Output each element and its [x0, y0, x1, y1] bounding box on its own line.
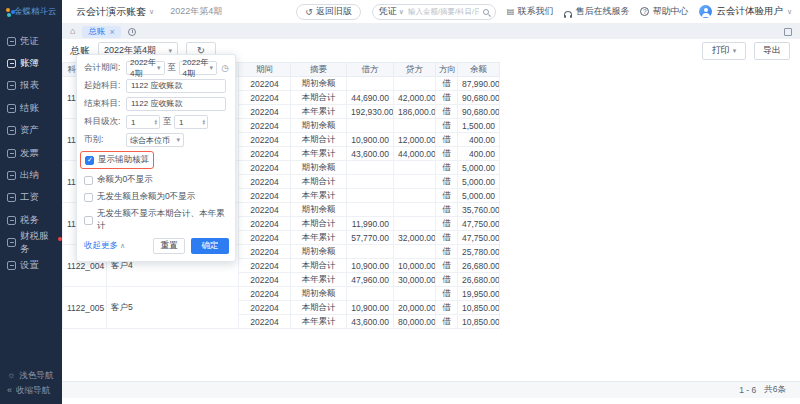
cell-debit: 192,930.00 — [347, 105, 394, 119]
chevron-down-icon: ∨ — [149, 8, 154, 16]
online-service-link[interactable]: 售后在线服务 — [564, 5, 629, 18]
cell-credit: 12,000.00 — [394, 133, 436, 147]
period-range-row: 会计期间: 2022年4期 ▾ 至 2022年4期 ▾ ◷ — [84, 61, 229, 75]
sidebar-item-label: 出纳 — [20, 169, 39, 182]
home-icon[interactable]: ⌂ — [70, 27, 75, 36]
cell-period: 202204 — [239, 217, 291, 231]
global-search-input[interactable]: 凭证 ∨ 输入金额/摘要/科目/日期搜索 — [372, 4, 496, 20]
sidebar-footer: ☼浅色导航«收缩导航 — [0, 368, 62, 404]
sidebar-item-asset[interactable]: 资产 — [0, 120, 62, 142]
cell-balance: 400.00 — [458, 147, 500, 161]
recent-tabs-icon[interactable] — [128, 28, 136, 36]
cell-direction: 借 — [436, 217, 458, 231]
cell-debit: 10,900.00 — [347, 259, 394, 273]
checkbox-hide-zero-balance[interactable]: 余额为0不显示 — [84, 174, 229, 186]
print-button[interactable]: 打印 ▾ — [702, 42, 746, 60]
cell-summary: 本年累计 — [291, 315, 347, 329]
sidebar-item-settings[interactable]: 设置 — [0, 254, 62, 276]
period-from-select[interactable]: 2022年4期 ▾ — [126, 61, 165, 75]
cell-summary: 本年累计 — [291, 231, 347, 245]
start-account-input[interactable]: 1122 应收账款 — [126, 79, 226, 93]
sidebar-item-closing[interactable]: 结账 — [0, 97, 62, 119]
undo-icon: ↺ — [305, 7, 313, 17]
cell-balance: 26,680.00 — [458, 273, 500, 287]
headset-icon — [564, 11, 572, 16]
back-to-old-version-button[interactable]: ↺ 返回旧版 — [296, 4, 361, 20]
sidebar-item-ledger[interactable]: 账簿 — [0, 52, 62, 74]
closing-icon — [7, 104, 16, 113]
table-row: 1122_005客户5202204期初余额借19,950.00 — [63, 287, 500, 301]
search-category-select[interactable]: 凭证 ∨ — [379, 5, 404, 18]
close-icon[interactable]: × — [109, 28, 114, 36]
sidebar-item-label: 报表 — [20, 79, 39, 92]
tab-general-ledger[interactable]: 总账 × — [82, 26, 120, 38]
cell-summary: 期初余额 — [291, 161, 347, 175]
field-label: 会计期间: — [84, 62, 124, 74]
search-icon[interactable] — [483, 9, 489, 15]
sidebar-item-payroll[interactable]: 工资 — [0, 187, 62, 209]
cell-summary: 期初余额 — [291, 245, 347, 259]
cell-credit: 44,000.00 — [394, 147, 436, 161]
cell-summary: 期初余额 — [291, 287, 347, 301]
cell-credit — [394, 175, 436, 189]
checkbox-icon[interactable] — [84, 193, 93, 202]
stepper-arrows-icon[interactable]: ▴▾ — [154, 119, 157, 126]
end-account-input[interactable]: 1122 应收账款 — [126, 97, 226, 111]
cell-debit: 43,600.00 — [347, 147, 394, 161]
sidebar-item-finance-tax-service[interactable]: 财税服务 — [0, 232, 62, 254]
sidebar-menu: 凭证账簿报表结账资产发票出纳工资税务财税服务设置 — [0, 30, 62, 276]
confirm-button[interactable]: 确定 — [191, 238, 229, 254]
sidebar-item-invoice[interactable]: 发票 — [0, 142, 62, 164]
account-switcher[interactable]: 云会计演示账套 ∨ — [76, 5, 154, 19]
cell-summary: 本期合计 — [291, 301, 347, 315]
help-center-link[interactable]: 帮助中心 — [640, 5, 688, 18]
finance-tax-service-icon — [7, 238, 16, 247]
cell-credit: 10,000.00 — [394, 259, 436, 273]
sidebar-item-report[interactable]: 报表 — [0, 75, 62, 97]
period-to-select[interactable]: 2022年4期 ▾ — [179, 61, 218, 75]
sidebar-item-voucher[interactable]: 凭证 — [0, 30, 62, 52]
sidebar-item-tax[interactable]: 税务 — [0, 209, 62, 231]
collapse-more-link[interactable]: 收起更多 ∧ — [84, 240, 125, 252]
sidebar-item-label: 账簿 — [20, 57, 39, 70]
cell-credit: 30,000.00 — [394, 273, 436, 287]
sidebar-item-cashier[interactable]: 出纳 — [0, 164, 62, 186]
cell-account-name: 客户5 — [107, 287, 239, 329]
export-button[interactable]: 导出 — [754, 42, 790, 60]
collapse-nav-toggle[interactable]: «收缩导航 — [7, 383, 62, 398]
cell-direction: 借 — [436, 245, 458, 259]
settings-icon — [7, 261, 16, 270]
cell-credit — [394, 189, 436, 203]
cell-direction: 借 — [436, 189, 458, 203]
clock-icon[interactable]: ◷ — [221, 64, 229, 73]
stepper-arrows-icon[interactable]: ▴▾ — [202, 119, 205, 126]
contact-us-link[interactable]: ▤ 联系我们 — [507, 5, 554, 18]
reset-button[interactable]: 重置 — [153, 238, 185, 254]
app-logo[interactable]: 金蝶精斗云 — [0, 0, 62, 24]
chevron-down-icon: ▾ — [210, 64, 214, 72]
cell-debit: 57,770.00 — [347, 231, 394, 245]
checkbox-show-auxiliary[interactable]: 显示辅助核算 — [80, 151, 154, 169]
theme-toggle[interactable]: ☼浅色导航 — [7, 368, 62, 383]
cell-credit: 20,000.00 — [394, 301, 436, 315]
level-to-stepper[interactable]: 1 ▴▾ — [174, 115, 208, 129]
user-menu[interactable]: 云会计体验用户 ∨ — [699, 5, 792, 18]
fullscreen-icon[interactable] — [784, 28, 792, 36]
sidebar-footer-label: 收缩导航 — [16, 385, 50, 397]
checkbox-icon[interactable] — [84, 176, 93, 185]
sidebar-footer-label: 浅色导航 — [19, 370, 53, 382]
cell-direction: 借 — [436, 315, 458, 329]
cell-debit — [347, 287, 394, 301]
cell-direction: 借 — [436, 175, 458, 189]
search-placeholder: 输入金额/摘要/科目/日期搜索 — [408, 7, 479, 17]
cell-period: 202204 — [239, 119, 291, 133]
checkbox-icon[interactable] — [84, 216, 93, 225]
cell-period: 202204 — [239, 105, 291, 119]
level-from-stepper[interactable]: 1 ▴▾ — [126, 115, 160, 129]
cell-period: 202204 — [239, 273, 291, 287]
checkbox-hide-no-activity-zero[interactable]: 无发生额且余额为0不显示 — [84, 191, 229, 203]
checkbox-hide-no-activity-totals[interactable]: 无发生额不显示本期合计、本年累计 — [84, 208, 229, 232]
currency-select[interactable]: 综合本位币 ▾ — [126, 133, 184, 147]
cell-debit: 47,960.00 — [347, 273, 394, 287]
checkbox-icon[interactable] — [85, 156, 94, 165]
